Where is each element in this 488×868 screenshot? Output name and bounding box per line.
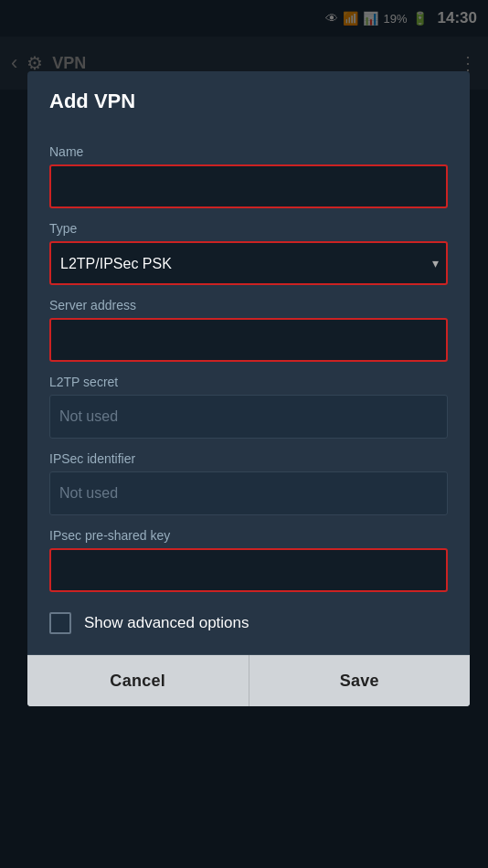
server-address-input[interactable]: [49, 318, 448, 362]
ipsec-preshared-key-input[interactable]: [49, 548, 448, 592]
back-icon[interactable]: ‹: [11, 51, 17, 75]
type-label: Type: [49, 221, 448, 236]
ipsec-preshared-key-label: IPsec pre-shared key: [49, 528, 448, 543]
app-bar-title: VPN: [52, 54, 86, 73]
name-label: Name: [49, 144, 448, 159]
dialog-title: Add VPN: [27, 71, 470, 128]
server-address-label: Server address: [49, 298, 448, 312]
show-advanced-checkbox[interactable]: [49, 612, 71, 634]
l2tp-secret-label: L2TP secret: [49, 375, 448, 389]
status-time: 14:30: [438, 9, 477, 27]
save-button[interactable]: Save: [249, 655, 471, 706]
show-advanced-label: Show advanced options: [84, 614, 249, 632]
wifi-icon: 📶: [343, 11, 358, 26]
battery-level: 19%: [383, 12, 407, 26]
ipsec-identifier-label: IPSec identifier: [49, 451, 448, 466]
ipsec-identifier-input[interactable]: [49, 471, 448, 515]
battery-icon: 🔋: [412, 11, 428, 26]
show-advanced-row: Show advanced options: [49, 612, 448, 634]
signal-icon: 📊: [363, 11, 378, 26]
cancel-button[interactable]: Cancel: [27, 655, 249, 706]
status-icons: 👁 📶 📊 19% 🔋 14:30: [325, 9, 477, 27]
dialog-buttons: Cancel Save: [27, 654, 470, 706]
name-input[interactable]: [49, 164, 448, 208]
add-vpn-dialog: Add VPN Name Type L2TP/IPSec PSK L2TP/IP…: [27, 71, 470, 706]
dialog-body: Name Type L2TP/IPSec PSK L2TP/IPSec RSA …: [27, 128, 470, 634]
eye-icon: 👁: [325, 11, 338, 26]
type-select[interactable]: L2TP/IPSec PSK L2TP/IPSec RSA IPSec Xaut…: [49, 241, 448, 285]
status-bar: 👁 📶 📊 19% 🔋 14:30: [0, 0, 488, 37]
l2tp-secret-input[interactable]: [49, 395, 448, 439]
type-select-wrapper: L2TP/IPSec PSK L2TP/IPSec RSA IPSec Xaut…: [49, 241, 448, 285]
